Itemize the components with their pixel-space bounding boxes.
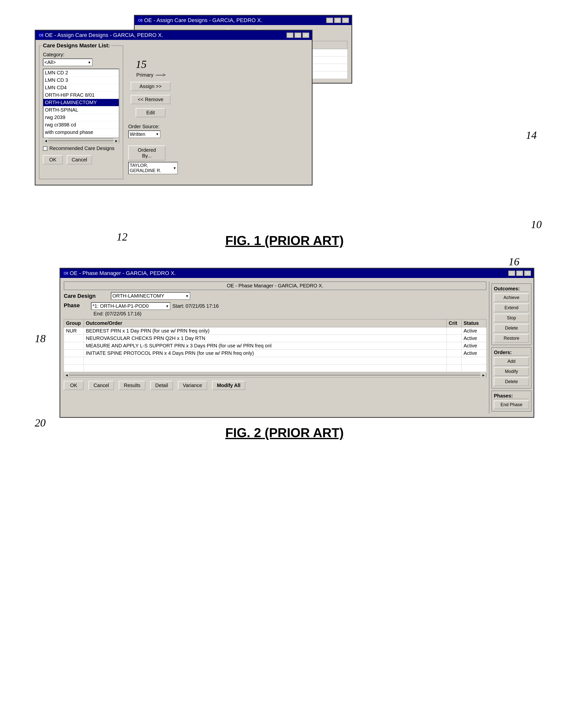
orders-delete-button[interactable]: Delete: [494, 377, 529, 386]
fig2-close-btn[interactable]: ×: [524, 271, 531, 276]
list-item-lmncd3[interactable]: LMN CD 3: [43, 77, 119, 84]
scroll-left-arrow[interactable]: ◄: [43, 139, 49, 143]
fig2-label: FIG. 2 (PRIOR ART): [20, 425, 549, 440]
row1-group: [64, 335, 84, 342]
row1-status: Active: [462, 335, 486, 342]
detail-button[interactable]: Detail: [150, 381, 173, 390]
table-hscrollbar[interactable]: ◄ ►: [64, 373, 486, 377]
table-scroll-right[interactable]: ►: [481, 373, 486, 377]
modify-all-button[interactable]: Modify All: [212, 381, 245, 390]
primary-row: Primary -------->: [136, 72, 165, 78]
row3-outcome: INITIATE SPINE PROTOCOL PRN x 4 Days PRN…: [84, 350, 447, 357]
table-row-3[interactable]: INITIATE SPINE PROTOCOL PRN x 4 Days PRN…: [64, 350, 486, 357]
list-item-compound[interactable]: with compound phase: [43, 129, 119, 136]
list-item-lmncd2[interactable]: LMN CD 2: [43, 69, 119, 77]
annotation-18: 18: [35, 332, 46, 345]
list-item-orthlam[interactable]: ORTH-LAMINECTOMY: [43, 99, 119, 106]
secondary-window-titlebar[interactable]: OE OE - Assign Care Designs - GARCIA, PE…: [135, 16, 352, 25]
ordered-by-dropdown[interactable]: TAYLOR, GERALDINE R. ▼: [128, 162, 178, 174]
list-hscrollbar[interactable]: ◄ ►: [43, 139, 119, 143]
fig2-window-title: OE - Phase Manager - GARCIA, PEDRO X.: [70, 270, 176, 276]
care-designs-group: Care Designs Master List: Category: <All…: [39, 45, 123, 179]
row3-group: [64, 350, 84, 357]
cancel-button-fig2[interactable]: Cancel: [88, 381, 114, 390]
fig2-maximize-btn[interactable]: □: [516, 271, 523, 276]
annotation-16-fig2: 16: [509, 255, 519, 268]
list-item-orthhip[interactable]: ORTH-HIP FRAC 8/01: [43, 91, 119, 99]
scroll-right-arrow[interactable]: ►: [114, 139, 119, 143]
assign-button[interactable]: Assign >>: [131, 82, 170, 91]
list-item-rwgcr3898[interactable]: rwg cr3898 cd: [43, 121, 119, 129]
minimize-btn-secondary[interactable]: _: [326, 18, 333, 23]
ordered-by-button[interactable]: Ordered By...: [128, 146, 165, 160]
scroll-track: [49, 141, 114, 141]
category-dropdown[interactable]: <All> ▼: [43, 59, 92, 66]
window-icon-secondary: OE: [137, 18, 143, 23]
svg-text:OE: OE: [39, 33, 43, 37]
cancel-button-main[interactable]: Cancel: [67, 155, 92, 164]
delete-button-outcomes[interactable]: Delete: [494, 324, 529, 333]
table-scroll-left[interactable]: ◄: [64, 373, 69, 377]
list-item-lmncd4[interactable]: LMN CD4: [43, 84, 119, 91]
ok-button-fig2[interactable]: OK: [64, 381, 84, 390]
end-phase-button[interactable]: End Phase: [494, 400, 529, 409]
orders-modify-button[interactable]: Modify: [494, 367, 529, 376]
col-status: Status: [462, 319, 486, 327]
phase-dropdown-arrow: ▼: [165, 304, 169, 308]
table-row-2[interactable]: MEASURE AND APPLY L-S SUPPORT PRN x 3 Da…: [64, 342, 486, 350]
maximize-btn-main[interactable]: □: [295, 32, 302, 38]
remove-button[interactable]: << Remove: [131, 95, 170, 104]
svg-text:OE: OE: [64, 271, 68, 275]
achieve-button[interactable]: Achieve: [494, 293, 529, 302]
restore-button[interactable]: Restore: [494, 334, 529, 343]
window-icon-main: OE: [38, 32, 43, 38]
results-button[interactable]: Results: [119, 381, 145, 390]
end-label: End: (07/22/05 17:16): [93, 311, 486, 317]
row2-group: [64, 342, 84, 350]
fig2-main-window: OE OE - Phase Manager - GARCIA, PEDRO X.…: [59, 268, 534, 418]
recommended-checkbox[interactable]: [43, 146, 47, 151]
minimize-btn-main[interactable]: _: [287, 32, 294, 38]
close-btn-secondary[interactable]: ×: [342, 18, 349, 23]
orders-section: Orders: Add Modify Delete: [491, 347, 532, 389]
category-label: Category:: [43, 52, 119, 58]
phases-section: Phases: End Phase: [491, 391, 532, 412]
table-row-0[interactable]: NUR BEDREST PRN x 1 Day PRN (for use w/ …: [64, 327, 486, 335]
outcomes-section-title: Outcomes:: [494, 286, 529, 292]
col-outcome: Outcome/Order: [84, 319, 447, 327]
main-window-titlebar[interactable]: OE OE - Assign Care Designs - GARCIA, PE…: [35, 30, 312, 40]
care-design-label: Care Design: [64, 293, 108, 299]
care-design-value-dropdown[interactable]: ORTH-LAMINECTOMY ▼: [111, 292, 190, 300]
annotation-20: 20: [35, 417, 46, 429]
main-window-title: OE - Assign Care Designs - GARCIA, PEDRO…: [45, 32, 163, 38]
list-item-orthspinal[interactable]: ORTH-SPINAL: [43, 106, 119, 114]
fig2-minimize-btn[interactable]: _: [508, 271, 515, 276]
edit-button[interactable]: Edit: [136, 108, 165, 117]
table-scroll-track2: [107, 375, 481, 375]
extend-button[interactable]: Extend: [494, 303, 529, 312]
table-scroll-track: [69, 375, 107, 375]
orders-section-title: Orders:: [494, 350, 529, 356]
stop-button[interactable]: Stop: [494, 314, 529, 322]
row1-crit: [447, 335, 462, 342]
start-label: Start: 07/21/05 17:16: [172, 303, 219, 309]
list-item-rwg2039[interactable]: rwg 2039: [43, 114, 119, 121]
table-row-1[interactable]: NEUROVASCULAR CHECKS PRN Q2H x 1 Day RTN…: [64, 335, 486, 342]
order-source-dropdown[interactable]: Written ▼: [128, 130, 160, 138]
close-btn-main[interactable]: ×: [303, 32, 309, 38]
row3-crit: [447, 350, 462, 357]
main-window: OE OE - Assign Care Designs - GARCIA, PE…: [35, 30, 313, 185]
care-design-row: Care Design ORTH-LAMINECTOMY ▼: [64, 292, 486, 300]
phase-label: Phase: [64, 302, 88, 309]
orders-add-button[interactable]: Add: [494, 357, 529, 366]
maximize-btn-secondary[interactable]: □: [334, 18, 341, 23]
phase-dropdown[interactable]: *1: ORTH-LAM-P1-POD0 ▼: [91, 302, 170, 310]
row1-outcome: NEUROVASCULAR CHECKS PRN Q2H x 1 Day RTN: [84, 335, 447, 342]
fig2-titlebar[interactable]: OE OE - Phase Manager - GARCIA, PEDRO X.…: [60, 269, 534, 278]
care-design-listbox[interactable]: LMN CD 2 LMN CD 3 LMN CD4 ORTH-HIP FRAC …: [43, 69, 119, 138]
variance-button[interactable]: Variance: [178, 381, 207, 390]
outcomes-section: Outcomes: Achieve Extend Stop Delete Res…: [491, 283, 532, 345]
row0-status: Active: [462, 327, 486, 335]
ok-button-main[interactable]: OK: [43, 155, 63, 164]
group-box-label: Care Designs Master List:: [42, 42, 111, 49]
